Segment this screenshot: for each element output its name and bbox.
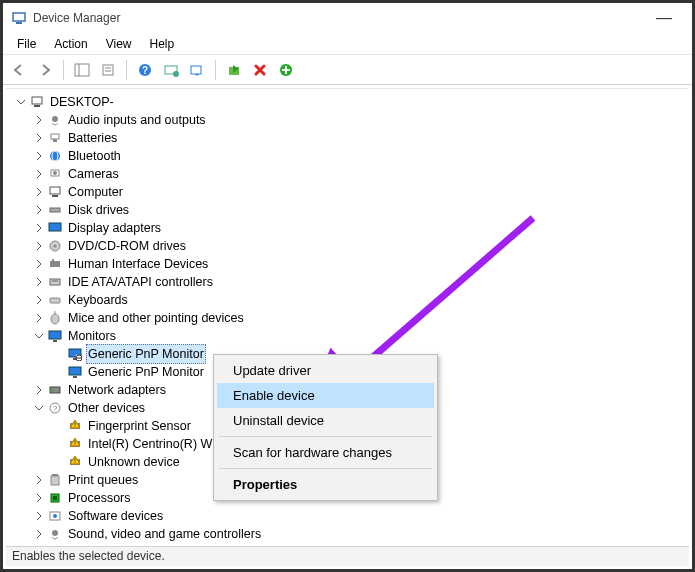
svg-rect-37	[53, 340, 57, 342]
back-button[interactable]	[7, 58, 31, 82]
device-icon	[47, 490, 63, 506]
window-title: Device Manager	[33, 11, 644, 25]
tree-item[interactable]: Software devices	[8, 507, 687, 525]
expand-icon[interactable]	[32, 113, 46, 127]
ctx-separator	[219, 468, 432, 469]
item-label: Display adapters	[66, 219, 163, 237]
device-icon	[47, 112, 63, 128]
item-label: Human Interface Devices	[66, 255, 210, 273]
warning-icon: !	[67, 454, 83, 470]
expand-icon[interactable]	[32, 509, 46, 523]
tree-item[interactable]: Sound, video and game controllers	[8, 525, 687, 543]
device-icon	[47, 166, 63, 182]
uninstall-button[interactable]	[248, 58, 272, 82]
svg-point-28	[54, 245, 57, 248]
svg-rect-56	[53, 496, 57, 500]
tree-item[interactable]: Cameras	[8, 165, 687, 183]
svg-text:!: !	[74, 439, 76, 446]
menu-file[interactable]: File	[9, 35, 44, 53]
expand-icon[interactable]	[32, 185, 46, 199]
expand-icon[interactable]	[32, 131, 46, 145]
tree-item[interactable]: IDE ATA/ATAPI controllers	[8, 273, 687, 291]
expand-icon[interactable]	[32, 473, 46, 487]
collapse-icon[interactable]	[32, 401, 46, 415]
computer-icon	[29, 94, 45, 110]
expand-icon[interactable]	[32, 311, 46, 325]
svg-rect-43	[50, 387, 60, 393]
svg-rect-33	[50, 298, 60, 303]
tree-item[interactable]: DVD/CD-ROM drives	[8, 237, 687, 255]
svg-rect-2	[75, 64, 89, 76]
enable-button[interactable]	[222, 58, 246, 82]
tree-root[interactable]: DESKTOP-	[8, 93, 687, 111]
show-hide-button[interactable]	[70, 58, 94, 82]
status-text: Enables the selected device.	[12, 549, 165, 563]
menu-help[interactable]: Help	[142, 35, 183, 53]
expand-icon[interactable]	[32, 257, 46, 271]
tree-item[interactable]: Bluetooth	[8, 147, 687, 165]
expand-icon[interactable]	[32, 149, 46, 163]
svg-rect-30	[52, 259, 54, 261]
collapse-icon[interactable]	[14, 95, 28, 109]
item-label: Batteries	[66, 129, 119, 147]
toolbar-separator	[63, 60, 64, 80]
device-icon	[47, 472, 63, 488]
context-menu: Update driver Enable device Uninstall de…	[213, 354, 438, 501]
svg-rect-54	[52, 474, 58, 476]
help-button[interactable]: ?	[133, 58, 157, 82]
expand-icon[interactable]	[32, 527, 46, 541]
properties-button[interactable]	[96, 58, 120, 82]
svg-rect-4	[103, 65, 113, 75]
item-label: Generic PnP Monitor	[86, 344, 206, 364]
svg-rect-23	[50, 187, 60, 194]
minimize-button[interactable]: —	[644, 9, 684, 27]
item-label: Computer	[66, 183, 125, 201]
ctx-uninstall-device[interactable]: Uninstall device	[217, 408, 434, 433]
expand-icon[interactable]	[32, 491, 46, 505]
svg-rect-24	[52, 195, 58, 197]
ctx-properties[interactable]: Properties	[217, 472, 434, 497]
ctx-enable-device[interactable]: Enable device	[217, 383, 434, 408]
tree-item[interactable]: Disk drives	[8, 201, 687, 219]
expand-icon[interactable]	[32, 167, 46, 181]
expand-icon[interactable]	[32, 293, 46, 307]
expand-icon[interactable]	[32, 203, 46, 217]
svg-rect-26	[49, 223, 61, 231]
item-label: Print queues	[66, 471, 140, 489]
menu-view[interactable]: View	[98, 35, 140, 53]
monitor-icon	[47, 328, 63, 344]
menu-action[interactable]: Action	[46, 35, 95, 53]
tree-item-monitors[interactable]: Monitors	[8, 327, 687, 345]
svg-rect-17	[51, 134, 59, 139]
item-label: Generic PnP Monitor	[86, 363, 206, 381]
item-label: Mice and other pointing devices	[66, 309, 246, 327]
warning-icon: !	[67, 418, 83, 434]
expand-icon[interactable]	[32, 221, 46, 235]
item-label: IDE ATA/ATAPI controllers	[66, 273, 215, 291]
expand-icon[interactable]	[32, 383, 46, 397]
svg-text:?: ?	[142, 65, 148, 76]
refresh-button[interactable]	[274, 58, 298, 82]
tree-item[interactable]: Computer	[8, 183, 687, 201]
svg-rect-15	[34, 105, 40, 107]
ctx-scan-changes[interactable]: Scan for hardware changes	[217, 440, 434, 465]
svg-rect-25	[50, 208, 60, 212]
expand-icon[interactable]	[32, 239, 46, 253]
collapse-icon[interactable]	[32, 329, 46, 343]
expand-icon[interactable]	[32, 275, 46, 289]
tree-item[interactable]: Keyboards	[8, 291, 687, 309]
scan-button[interactable]	[159, 58, 183, 82]
item-label: Audio inputs and outputs	[66, 111, 208, 129]
tree-item[interactable]: Display adapters	[8, 219, 687, 237]
update-button[interactable]	[185, 58, 209, 82]
tree-item[interactable]: Batteries	[8, 129, 687, 147]
ctx-update-driver[interactable]: Update driver	[217, 358, 434, 383]
other-icon: ?	[47, 400, 63, 416]
item-label: Fingerprint Sensor	[86, 417, 193, 435]
network-icon	[47, 382, 63, 398]
forward-button[interactable]	[33, 58, 57, 82]
item-label: Processors	[66, 489, 133, 507]
tree-item[interactable]: Audio inputs and outputs	[8, 111, 687, 129]
tree-item[interactable]: Human Interface Devices	[8, 255, 687, 273]
tree-item[interactable]: Mice and other pointing devices	[8, 309, 687, 327]
